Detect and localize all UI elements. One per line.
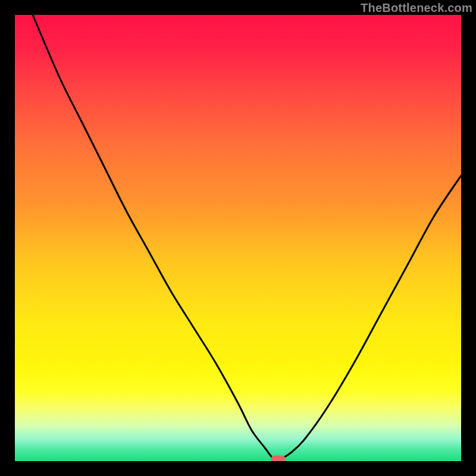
bottleneck-chart [15, 15, 461, 461]
gradient-background [15, 15, 461, 461]
chart-frame: TheBottleneck.com [0, 0, 476, 476]
watermark-text: TheBottleneck.com [361, 1, 472, 15]
optimum-marker [271, 456, 286, 462]
